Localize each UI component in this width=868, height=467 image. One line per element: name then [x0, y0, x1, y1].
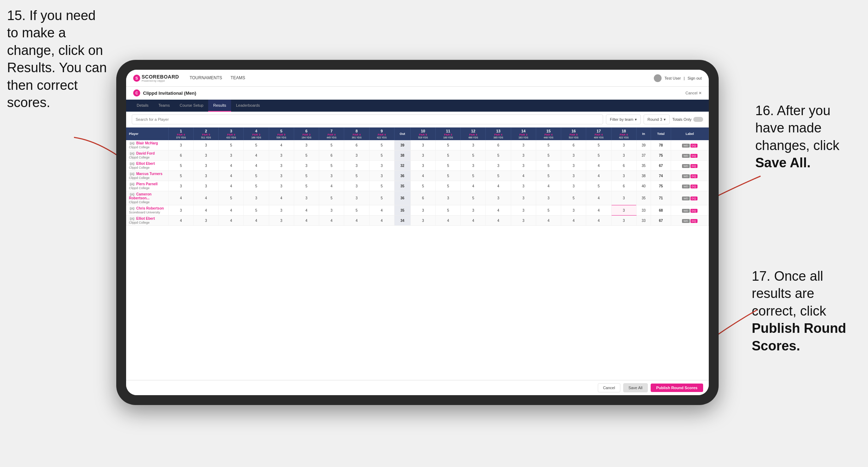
- score-h8[interactable]: 3: [344, 150, 369, 161]
- score-h10[interactable]: 4: [410, 171, 435, 181]
- tab-details[interactable]: Details: [132, 100, 154, 112]
- score-h9[interactable]: 4: [369, 205, 394, 216]
- score-h15[interactable]: 4: [536, 181, 561, 191]
- score-h4[interactable]: 5: [244, 181, 269, 191]
- score-h4[interactable]: 3: [244, 191, 269, 205]
- score-h15[interactable]: 5: [536, 150, 561, 161]
- score-h17[interactable]: 4: [586, 171, 611, 181]
- score-h9[interactable]: 5: [369, 191, 394, 205]
- score-h3[interactable]: 4: [219, 181, 244, 191]
- score-h14[interactable]: 3: [511, 191, 536, 205]
- score-h2[interactable]: 4: [193, 191, 218, 205]
- tab-course-setup[interactable]: Course Setup: [175, 100, 208, 112]
- score-h11[interactable]: 5: [435, 161, 460, 171]
- tab-results[interactable]: Results: [208, 100, 231, 112]
- score-h14[interactable]: 3: [511, 150, 536, 161]
- score-h18[interactable]: 6: [611, 181, 636, 191]
- score-h3[interactable]: 4: [219, 161, 244, 171]
- score-h15[interactable]: 5: [536, 161, 561, 171]
- score-h5[interactable]: 3: [269, 181, 294, 191]
- score-h15[interactable]: 3: [536, 191, 561, 205]
- label-wd[interactable]: WD: [682, 174, 689, 178]
- score-h8[interactable]: 3: [344, 191, 369, 205]
- totals-only-toggle[interactable]: Totals Only: [672, 117, 703, 122]
- score-h17[interactable]: 5: [586, 140, 611, 150]
- score-h14[interactable]: 3: [511, 216, 536, 226]
- score-h2[interactable]: 3: [193, 140, 218, 150]
- score-h8[interactable]: 5: [344, 205, 369, 216]
- score-h9[interactable]: 5: [369, 150, 394, 161]
- score-h17[interactable]: 4: [586, 216, 611, 226]
- label-wd[interactable]: WD: [682, 209, 689, 213]
- score-h12[interactable]: 5: [461, 171, 486, 181]
- score-h9[interactable]: 4: [369, 216, 394, 226]
- score-h16[interactable]: 3: [561, 150, 586, 161]
- score-h4[interactable]: 4: [244, 161, 269, 171]
- score-h17[interactable]: 5: [586, 181, 611, 191]
- score-h5[interactable]: 3: [269, 161, 294, 171]
- score-h1[interactable]: 3: [168, 181, 193, 191]
- label-wd[interactable]: WD: [682, 154, 689, 158]
- score-h4[interactable]: 4: [244, 216, 269, 226]
- score-h1[interactable]: 3: [168, 140, 193, 150]
- toggle-switch[interactable]: [693, 117, 703, 122]
- score-h15[interactable]: 5: [536, 140, 561, 150]
- nav-tournaments[interactable]: TOURNAMENTS: [190, 74, 222, 82]
- score-h10[interactable]: 3: [410, 205, 435, 216]
- round-selector-button[interactable]: Round 3 ▾: [644, 114, 670, 124]
- score-h5[interactable]: 3: [269, 205, 294, 216]
- score-h13[interactable]: 4: [486, 216, 511, 226]
- score-h2[interactable]: 3: [193, 216, 218, 226]
- score-h7[interactable]: 5: [319, 191, 344, 205]
- score-h16[interactable]: 3: [561, 161, 586, 171]
- score-h14[interactable]: 3: [511, 205, 536, 216]
- score-h4[interactable]: 5: [244, 171, 269, 181]
- score-h13[interactable]: 5: [486, 150, 511, 161]
- score-h6[interactable]: 4: [294, 216, 319, 226]
- score-h2[interactable]: 3: [193, 161, 218, 171]
- score-h5[interactable]: 4: [269, 191, 294, 205]
- score-h16[interactable]: 3: [561, 205, 586, 216]
- score-h11[interactable]: 5: [435, 205, 460, 216]
- score-h4[interactable]: 5: [244, 205, 269, 216]
- score-h15[interactable]: 4: [536, 216, 561, 226]
- score-h7[interactable]: 4: [319, 181, 344, 191]
- score-h16[interactable]: 3: [561, 181, 586, 191]
- score-h4[interactable]: 4: [244, 150, 269, 161]
- score-h11[interactable]: 5: [435, 150, 460, 161]
- score-h18[interactable]: 3: [611, 191, 636, 205]
- score-h11[interactable]: 3: [435, 191, 460, 205]
- score-h11[interactable]: 5: [435, 140, 460, 150]
- filter-by-team-button[interactable]: Filter by team ▾: [606, 114, 641, 124]
- label-wd[interactable]: WD: [682, 185, 689, 188]
- score-h18[interactable]: 3: [611, 216, 636, 226]
- score-h14[interactable]: 3: [511, 161, 536, 171]
- score-h13[interactable]: 4: [486, 205, 511, 216]
- score-h3[interactable]: 5: [219, 140, 244, 150]
- score-h12[interactable]: 3: [461, 140, 486, 150]
- score-h9[interactable]: 3: [369, 161, 394, 171]
- score-h8[interactable]: 3: [344, 181, 369, 191]
- score-h8[interactable]: 4: [344, 216, 369, 226]
- score-h1[interactable]: 5: [168, 161, 193, 171]
- score-h11[interactable]: 5: [435, 181, 460, 191]
- score-h16[interactable]: 6: [561, 140, 586, 150]
- score-h13[interactable]: 4: [486, 181, 511, 191]
- score-h5[interactable]: 3: [269, 216, 294, 226]
- label-dq[interactable]: DQ: [690, 185, 698, 188]
- score-h18[interactable]: 3: [611, 205, 636, 216]
- search-input[interactable]: [132, 114, 603, 124]
- score-h6[interactable]: 3: [294, 191, 319, 205]
- score-h13[interactable]: 5: [486, 171, 511, 181]
- score-h1[interactable]: 3: [168, 205, 193, 216]
- score-h5[interactable]: 3: [269, 171, 294, 181]
- score-h12[interactable]: 5: [461, 150, 486, 161]
- score-h9[interactable]: 5: [369, 181, 394, 191]
- save-all-button[interactable]: Save All: [623, 383, 648, 392]
- label-wd[interactable]: WD: [682, 164, 689, 168]
- sign-out-link[interactable]: Sign out: [688, 76, 702, 80]
- score-h18[interactable]: 3: [611, 140, 636, 150]
- score-h17[interactable]: 4: [586, 205, 611, 216]
- score-h10[interactable]: 5: [410, 181, 435, 191]
- score-h3[interactable]: 4: [219, 216, 244, 226]
